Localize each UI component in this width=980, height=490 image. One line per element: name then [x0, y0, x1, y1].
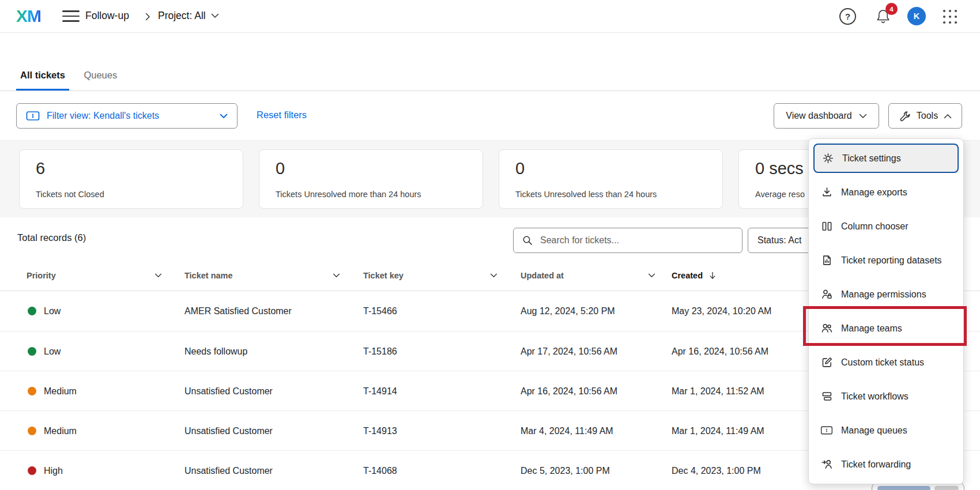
- column-header-created[interactable]: Created: [672, 259, 717, 291]
- menu-item-label: Manage exports: [841, 187, 907, 198]
- column-header-updated-at[interactable]: Updated at: [521, 259, 564, 291]
- stat-card-tickets-not-closed[interactable]: 6 Tickets not Closed: [19, 149, 243, 209]
- breadcrumb-project-label: Project: All: [158, 10, 206, 22]
- view-dashboard-label: View dashboard: [786, 111, 851, 121]
- edit-square-icon: [820, 356, 833, 368]
- stat-value: 6: [36, 159, 227, 178]
- stat-value: 0: [515, 159, 706, 178]
- ticket-key-cell: T-14068: [363, 451, 397, 490]
- updated-at-cell: Aug 12, 2024, 5:20 PM: [521, 291, 615, 331]
- avatar[interactable]: K: [907, 7, 926, 25]
- tab-all-tickets[interactable]: All tickets: [16, 63, 69, 91]
- chevron-right-icon: [144, 12, 151, 21]
- tools-label: Tools: [917, 111, 938, 121]
- xm-logo[interactable]: XM: [16, 6, 41, 26]
- breadcrumb-project-selector[interactable]: Project: All: [158, 10, 219, 22]
- top-navigation-bar: XM Follow-up Project: All ? 4 K: [0, 0, 980, 33]
- wrench-icon: [899, 110, 911, 122]
- column-header-ticket-key[interactable]: Ticket key: [363, 259, 404, 291]
- priority-dot: [28, 427, 36, 435]
- scrollbar-track: [934, 486, 959, 490]
- ticket-name-cell: AMER Satisfied Customer: [184, 291, 292, 331]
- ticket-name-cell: Unsatisfied Customer: [184, 411, 273, 451]
- tabs-section: All tickets Queues: [0, 33, 980, 91]
- menu-item-column-chooser[interactable]: Column chooser: [812, 209, 960, 243]
- menu-item-ticket-settings[interactable]: Ticket settings: [813, 144, 959, 173]
- person-lock-icon: [820, 288, 833, 300]
- chevron-down-icon[interactable]: [333, 273, 340, 278]
- menu-item-label: Column chooser: [841, 221, 909, 232]
- menu-item-label: Ticket workflows: [841, 391, 909, 402]
- updated-at-cell: Dec 5, 2023, 1:00 PM: [521, 451, 610, 490]
- menu-item-label: Ticket forwarding: [841, 459, 911, 470]
- status-filter-label: Status: Act: [757, 235, 801, 246]
- search-input[interactable]: [540, 235, 734, 246]
- notification-count-badge: 4: [885, 3, 898, 15]
- menu-item-ticket-reporting-datasets[interactable]: Ticket reporting datasets: [812, 243, 960, 277]
- menu-item-manage-permissions[interactable]: Manage permissions: [812, 277, 960, 311]
- created-cell: Apr 16, 2024, 10:56 AM: [672, 331, 768, 371]
- download-icon: [820, 186, 833, 198]
- stat-card-unresolved-more-24h[interactable]: 0 Tickets Unresolved more than 24 hours: [259, 149, 483, 209]
- priority-cell: Medium: [44, 371, 77, 411]
- view-dashboard-button[interactable]: View dashboard: [774, 103, 879, 129]
- menu-item-manage-teams[interactable]: Manage teams: [812, 311, 960, 345]
- total-records-label: Total records (6): [17, 232, 86, 243]
- columns-icon: [820, 220, 833, 232]
- chevron-down-icon[interactable]: [154, 273, 162, 278]
- tools-dropdown-menu: Ticket settings Manage exports Column ch…: [808, 138, 964, 484]
- help-icon: ?: [845, 12, 850, 21]
- filter-view-dropdown[interactable]: Filter view: Kendall's tickets: [16, 103, 238, 129]
- chevron-down-icon[interactable]: [490, 273, 497, 278]
- scrollbar-thumb[interactable]: [877, 486, 930, 490]
- app-grid-icon[interactable]: [941, 8, 959, 25]
- ticket-key-cell: T-15186: [363, 331, 397, 371]
- menu-item-ticket-workflows[interactable]: Ticket workflows: [812, 379, 960, 413]
- help-button[interactable]: ?: [839, 8, 856, 25]
- ticket-icon: [820, 425, 833, 435]
- stacked-cards-icon: [820, 390, 833, 402]
- reset-filters-link[interactable]: Reset filters: [257, 110, 307, 120]
- menu-item-manage-queues[interactable]: Manage queues: [812, 413, 960, 447]
- search-icon: [522, 235, 533, 246]
- created-cell: Dec 4, 2023, 1:00 PM: [672, 451, 761, 490]
- created-cell: Mar 1, 2024, 11:49 AM: [672, 411, 764, 451]
- menu-item-label: Manage permissions: [841, 289, 926, 300]
- ticket-key-cell: T-15466: [363, 291, 397, 331]
- chevron-up-icon: [944, 114, 952, 119]
- menu-item-ticket-forwarding[interactable]: Ticket forwarding: [812, 447, 960, 481]
- created-cell: Mar 1, 2024, 11:52 AM: [672, 371, 764, 411]
- stat-label: Tickets Unresolved more than 24 hours: [276, 190, 421, 199]
- tools-button[interactable]: Tools: [888, 103, 962, 129]
- chevron-down-icon: [220, 114, 228, 119]
- menu-item-manage-exports[interactable]: Manage exports: [812, 175, 960, 209]
- hamburger-menu-icon[interactable]: [62, 10, 80, 22]
- filter-toolbar: Filter view: Kendall's tickets Reset fil…: [0, 91, 980, 140]
- menu-item-label: Ticket reporting datasets: [841, 255, 942, 266]
- filter-view-label: Filter view: Kendall's tickets: [47, 111, 159, 121]
- chevron-down-icon[interactable]: [648, 273, 655, 278]
- search-box: [513, 228, 742, 253]
- ticket-key-cell: T-14913: [363, 411, 397, 451]
- updated-at-cell: Apr 17, 2024, 10:56 AM: [521, 331, 617, 371]
- person-arrow-icon: [820, 458, 833, 470]
- priority-dot: [28, 347, 36, 356]
- priority-dot: [28, 466, 36, 475]
- column-header-ticket-name[interactable]: Ticket name: [184, 259, 233, 291]
- ticket-icon: [26, 111, 40, 121]
- tab-queues[interactable]: Queues: [80, 63, 121, 91]
- sort-descending-icon: [708, 271, 717, 280]
- menu-item-custom-ticket-status[interactable]: Custom ticket status: [812, 345, 960, 379]
- menu-item-label: Custom ticket status: [841, 357, 924, 368]
- updated-at-cell: Apr 16, 2024, 10:56 AM: [521, 371, 617, 411]
- column-header-priority[interactable]: Priority: [27, 259, 56, 291]
- stat-card-unresolved-less-24h[interactable]: 0 Tickets Unresolved less than 24 hours: [499, 149, 723, 209]
- breadcrumb-project-name[interactable]: Follow-up: [85, 10, 129, 22]
- priority-dot: [28, 307, 36, 315]
- priority-cell: Low: [44, 331, 61, 371]
- updated-at-cell: Mar 4, 2024, 11:49 AM: [521, 411, 613, 451]
- ticket-name-cell: Needs followup: [184, 331, 247, 371]
- app-window: XM Follow-up Project: All ? 4 K: [0, 0, 980, 490]
- stat-label: Tickets Unresolved less than 24 hours: [515, 190, 657, 199]
- priority-cell: Low: [44, 291, 61, 331]
